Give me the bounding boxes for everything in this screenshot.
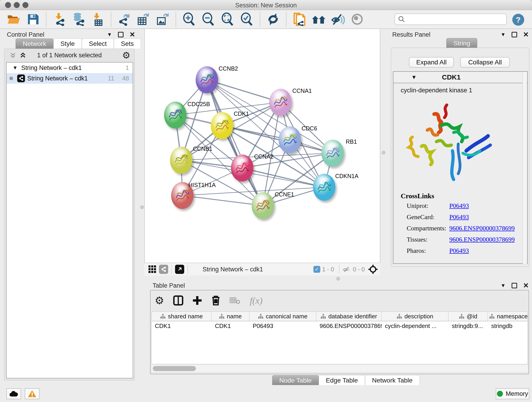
fit-content-crosshair-icon[interactable]	[368, 264, 378, 274]
first-neighbors-button[interactable]	[312, 12, 326, 26]
node-label-rb1: RB1	[346, 138, 357, 145]
tab-network-table[interactable]: Network Table	[365, 375, 420, 385]
crosslink-link[interactable]: P06493	[449, 202, 469, 210]
network-canvas[interactable]: CCNB2CCNA1CDC25BCDK1CDC6RB1CCNB1CCNA2CDK…	[144, 29, 380, 263]
open-session-button[interactable]	[7, 12, 21, 26]
network-node-ccnb1[interactable]	[170, 147, 192, 174]
import-network-database-button[interactable]	[71, 12, 86, 26]
table-cell[interactable]: P06493	[249, 321, 317, 331]
table-cell[interactable]: CDK1	[212, 321, 249, 331]
tab-edge-table[interactable]: Edge Table	[319, 375, 365, 385]
table-horizontal-scrollbar[interactable]	[152, 365, 528, 372]
refresh-layout-button[interactable]	[266, 12, 280, 26]
memory-button[interactable]: Memory	[496, 388, 529, 399]
cloud-status-button[interactable]	[6, 388, 21, 399]
zoom-selected-button[interactable]	[240, 12, 254, 26]
table-cell[interactable]: 9606.ENSP00000378699	[317, 321, 382, 331]
network-node-rb1[interactable]	[322, 140, 344, 167]
export-network-button[interactable]	[117, 12, 131, 26]
scrollbar-thumb[interactable]	[153, 366, 196, 371]
table-cell[interactable]: CDK1	[152, 321, 212, 331]
network-node-cdkn1a[interactable]	[313, 174, 336, 201]
network-collection-row[interactable]: ▼ String Network – cdk1 1	[7, 63, 133, 73]
results-panel-float-icon[interactable]	[512, 32, 517, 37]
export-image-button[interactable]	[156, 12, 170, 26]
export-table-button[interactable]	[136, 12, 151, 26]
zoom-in-button[interactable]	[182, 12, 196, 26]
search-box[interactable]	[394, 13, 507, 25]
network-node-ccne1[interactable]	[252, 192, 274, 219]
entry-header[interactable]: ▼ CDK1	[393, 72, 527, 83]
column-header-name[interactable]: name	[212, 312, 249, 321]
network-node-cdc25b[interactable]	[164, 102, 186, 128]
birds-eye-view-icon[interactable]	[175, 265, 184, 274]
search-input[interactable]	[405, 16, 506, 23]
save-session-button[interactable]	[26, 12, 40, 26]
column-header--id[interactable]: @id	[449, 312, 488, 321]
delete-column-icon[interactable]	[211, 295, 220, 306]
selected-checkbox-icon[interactable]: ✓	[313, 266, 320, 273]
expand-all-button[interactable]: Expand All	[409, 57, 454, 68]
crosslink-link[interactable]: 9606.ENSP00000378699	[449, 236, 515, 243]
column-header-database-identifier[interactable]: database identifier	[317, 312, 382, 321]
help-button[interactable]: ?	[512, 14, 524, 26]
hide-selected-button[interactable]	[331, 12, 345, 26]
column-header-canonical-name[interactable]: canonical name	[249, 312, 317, 321]
crosslink-link[interactable]: P06493	[449, 247, 469, 254]
network-edge[interactable]	[182, 196, 263, 206]
collapse-all-button[interactable]: Collapse All	[460, 57, 510, 68]
grid-view-icon[interactable]	[148, 265, 157, 274]
tab-select[interactable]: Select	[82, 38, 114, 49]
crosslink-link[interactable]: P06493	[449, 213, 469, 221]
crosslinks-section: CrossLinks Uniprot:P06493GeneCard:P06493…	[401, 192, 527, 254]
tab-node-table[interactable]: Node Table	[272, 375, 319, 385]
column-header-description[interactable]: description	[382, 312, 449, 321]
right-splitter-handle[interactable]	[382, 151, 385, 154]
table-panel-menu-icon[interactable]: ▼	[500, 283, 506, 288]
structure-thumbnail	[273, 95, 288, 110]
bottom-splitter-handle[interactable]	[336, 277, 340, 281]
network-row[interactable]: String Network – cdk1 11 48	[7, 73, 133, 84]
tab-sets[interactable]: Sets	[114, 38, 141, 49]
add-column-icon[interactable]	[192, 296, 202, 305]
column-header-namespace[interactable]: namespace	[488, 312, 528, 321]
collection-expander-icon[interactable]: ▼	[13, 65, 18, 71]
crosslink-link[interactable]: 9606.ENSP00000378699	[449, 225, 515, 232]
control-panel-menu-icon[interactable]: ▼	[107, 32, 112, 38]
network-edge[interactable]	[242, 168, 324, 187]
network-node-cdc6[interactable]	[279, 126, 301, 153]
show-all-button[interactable]	[350, 12, 364, 26]
control-panel-close-icon[interactable]: ✕	[129, 32, 135, 37]
entry-expander-icon[interactable]: ▼	[411, 74, 417, 80]
network-node-ccnb2[interactable]	[196, 66, 218, 93]
tab-string[interactable]: String	[446, 38, 477, 48]
table-options-gear-icon[interactable]: ⚙	[155, 294, 164, 307]
table-panel-float-icon[interactable]	[512, 283, 517, 288]
zoom-out-button[interactable]	[201, 12, 215, 26]
warnings-button[interactable]	[25, 388, 39, 399]
tab-network[interactable]: Network	[16, 38, 53, 49]
zoom-fit-button[interactable]	[220, 12, 234, 26]
network-options-gear-icon[interactable]: ⚙	[122, 50, 130, 61]
table-cell[interactable]: stringdb	[488, 321, 528, 331]
column-header-shared-name[interactable]: shared name	[152, 312, 212, 321]
clone-network-button[interactable]	[292, 12, 307, 26]
results-panel-menu-icon[interactable]: ▼	[500, 32, 506, 38]
show-columns-icon[interactable]	[173, 295, 183, 306]
table-panel-close-icon[interactable]: ✕	[523, 283, 529, 288]
table-row[interactable]: CDK1CDK1P064939606.ENSP00000378699cyclin…	[152, 321, 527, 331]
table-cell[interactable]: stringdb:9...	[449, 321, 488, 331]
tab-style[interactable]: Style	[53, 38, 82, 49]
network-tree: ▼ String Network – cdk1 1 String Network…	[6, 62, 133, 378]
results-panel-close-icon[interactable]: ✕	[523, 32, 529, 37]
import-table-button[interactable]	[91, 12, 105, 26]
results-scrollbar[interactable]	[523, 72, 527, 264]
network-share-icon[interactable]	[159, 265, 168, 274]
left-splitter-handle[interactable]	[140, 205, 144, 209]
network-node-ccna1[interactable]	[269, 89, 292, 116]
network-node-ccna2[interactable]	[231, 154, 253, 182]
network-node-cdk1[interactable]	[211, 112, 233, 139]
table-cell[interactable]: cyclin-dependent ...	[382, 321, 449, 331]
control-panel-float-icon[interactable]	[118, 32, 123, 37]
import-network-file-button[interactable]	[52, 12, 66, 26]
